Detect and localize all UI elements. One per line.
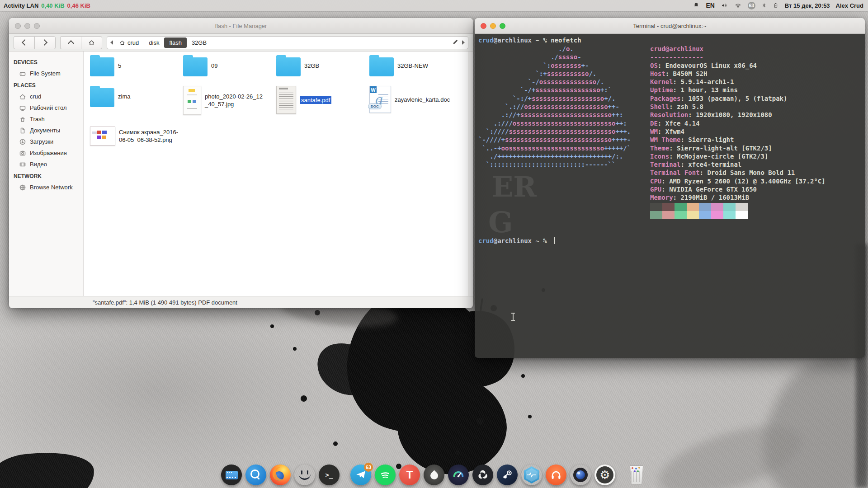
dock-trash-icon[interactable] <box>626 465 647 485</box>
activity-label: Activity LAN <box>4 2 38 9</box>
dock-hex-monitor-icon[interactable] <box>521 465 542 485</box>
sidebar-item-file-system[interactable]: File System <box>9 68 83 79</box>
neofetch-ascii-art: ./o. ./sssso- `:osssssss+- `:+ssssssssss… <box>478 45 631 169</box>
sidebar-item-browse-network[interactable]: Browse Network <box>9 182 83 193</box>
file-item-pdf[interactable]: santafe.pdf <box>276 86 365 114</box>
home-icon <box>19 93 26 100</box>
sidebar-item-видео[interactable]: Видео <box>9 159 83 170</box>
dock-terminal-icon[interactable]: >_ <box>319 465 340 485</box>
forward-button[interactable] <box>34 36 56 49</box>
file-item-folder[interactable]: 32GB <box>276 55 365 76</box>
terminal-body[interactable]: ER G crud@archlinux ~ % neofetch ./o. ./… <box>475 34 865 358</box>
pictures-icon <box>19 150 26 157</box>
bluetooth-icon[interactable] <box>761 2 767 9</box>
dock-camera-app-icon[interactable] <box>570 465 591 485</box>
dock-firefox-icon[interactable] <box>270 465 291 485</box>
file-manager-sidebar: DEVICESFile SystemPLACEScrudРабочий стол… <box>9 52 84 296</box>
breadcrumb-flash[interactable]: flash <box>164 38 186 48</box>
home-button[interactable] <box>81 36 102 49</box>
breadcrumb-32GB[interactable]: 32GB <box>187 38 212 48</box>
sidebar-item-загрузки[interactable]: Загрузки <box>9 136 83 147</box>
sidebar-header-network: NETWORK <box>9 170 83 182</box>
sidebar-item-рабочий-стол[interactable]: Рабочий стол <box>9 102 83 113</box>
dock-telegram-icon[interactable]: 63 <box>350 465 371 485</box>
videos-icon <box>19 161 26 168</box>
net-upload: 0,46 KiB <box>67 2 90 9</box>
palette-swatch <box>711 211 723 219</box>
palette-swatch <box>723 203 736 211</box>
file-name: zima <box>118 93 179 100</box>
file-item-doc[interactable]: WaDOCzayavlenie_karta.doc <box>369 86 458 113</box>
palette-swatch <box>699 203 711 211</box>
maximize-button[interactable] <box>34 23 40 29</box>
palette-swatch <box>675 211 687 219</box>
dock-headphones-app-icon[interactable] <box>546 465 566 485</box>
volume-icon[interactable] <box>721 2 728 9</box>
path-scroll-right[interactable] <box>462 40 465 45</box>
file-item-folder[interactable]: zima <box>90 86 179 107</box>
palette-swatch <box>650 211 662 219</box>
file-manager-toolbar: cruddiskflash32GB <box>9 34 473 52</box>
doc-icon: WaDOC <box>369 86 391 113</box>
file-item-image[interactable]: photo_2020-02-26_12_40_57.jpg <box>183 86 272 115</box>
sidebar-item-trash[interactable]: Trash <box>9 113 83 125</box>
dock-t-app-icon[interactable]: T <box>399 465 420 485</box>
wifi-icon[interactable] <box>734 2 742 9</box>
sidebar-header-devices: DEVICES <box>9 56 83 68</box>
downloads-icon <box>19 138 26 145</box>
terminal-window: Terminal - crud@archlinux:~ ER G crud@ar… <box>475 18 865 358</box>
user-menu[interactable]: Alex Crud <box>836 2 863 9</box>
path-scroll-left[interactable] <box>110 40 113 45</box>
window-title: flash - File Manager <box>9 23 473 29</box>
bell-icon[interactable] <box>693 2 700 9</box>
battery-icon[interactable] <box>773 2 779 9</box>
close-button[interactable] <box>15 23 21 29</box>
up-button[interactable] <box>60 36 81 49</box>
telegram-tray-badge[interactable]: 63 <box>748 2 755 9</box>
neofetch-palette <box>650 203 748 219</box>
file-item-folder[interactable]: 09 <box>183 55 272 76</box>
back-button[interactable] <box>14 36 34 49</box>
sidebar-item-изображения[interactable]: Изображения <box>9 147 83 159</box>
close-button[interactable] <box>481 23 486 29</box>
clock[interactable]: Вт 15 дек, 20:53 <box>785 2 830 9</box>
dock-system-gauge-icon[interactable] <box>448 465 469 485</box>
palette-swatch <box>711 203 723 211</box>
keyboard-layout[interactable]: EN <box>706 2 714 9</box>
breadcrumb-crud[interactable]: crud <box>114 38 144 48</box>
dock-settings-icon[interactable]: ⚙ <box>594 465 615 485</box>
sidebar-item-crud[interactable]: crud <box>9 91 83 102</box>
home-icon <box>119 40 125 46</box>
dock-show-desktop-icon[interactable] <box>221 465 242 485</box>
dock-steam-icon[interactable] <box>497 465 518 485</box>
trash-icon <box>19 116 26 123</box>
file-item-folder[interactable]: 32GB-NEW <box>369 55 458 76</box>
maximize-button[interactable] <box>500 23 505 29</box>
scrollbar[interactable] <box>468 52 473 296</box>
prompt-line: crud@archlinux ~ % neofetch <box>478 36 581 44</box>
dock-droplet-app-icon[interactable] <box>424 465 444 485</box>
file-item-screenshot[interactable]: Снимок экрана_2016-06-05_06-38-52.png <box>90 127 179 145</box>
breadcrumb-disk[interactable]: disk <box>144 38 164 48</box>
palette-swatch <box>650 203 662 211</box>
dock: >_63T⚙ <box>0 465 868 485</box>
dock-spotify-icon[interactable] <box>375 465 396 485</box>
file-list[interactable]: 50932GB32GB-NEWzimaphoto_2020-02-26_12_4… <box>84 52 473 296</box>
path-bar[interactable]: cruddiskflash32GB <box>107 36 468 49</box>
palette-swatch <box>736 211 748 219</box>
file-name: 09 <box>211 62 272 70</box>
palette-swatch <box>662 211 675 219</box>
dock-file-manager-icon[interactable] <box>294 465 315 485</box>
dock-obs-studio-icon[interactable] <box>472 465 493 485</box>
minimize-button[interactable] <box>24 23 30 29</box>
file-manager-titlebar[interactable]: flash - File Manager <box>9 18 473 34</box>
palette-swatch <box>675 203 687 211</box>
minimize-button[interactable] <box>490 23 496 29</box>
terminal-titlebar[interactable]: Terminal - crud@archlinux:~ <box>475 18 865 34</box>
sidebar-item-документы[interactable]: Документы <box>9 125 83 136</box>
screenshot-icon <box>90 127 115 145</box>
file-item-folder[interactable]: 5 <box>90 55 179 76</box>
path-edit-pencil[interactable] <box>450 38 461 47</box>
dock-app-finder-icon[interactable] <box>245 465 266 485</box>
pdf-icon <box>276 86 296 114</box>
